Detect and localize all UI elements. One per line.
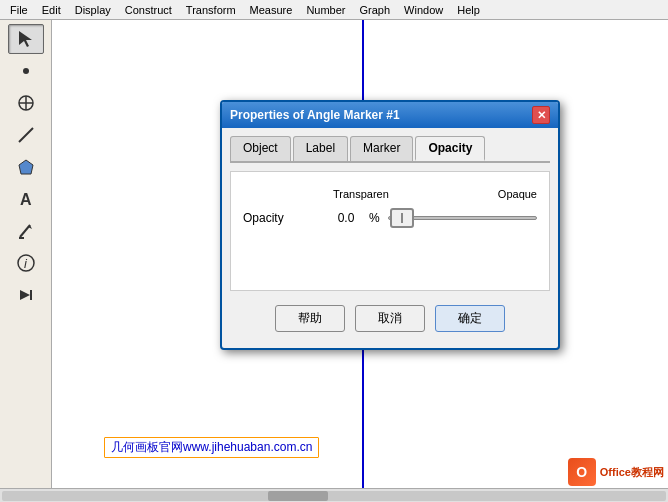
dialog-content: Transparen Opaque Opacity 0.0 % <box>230 171 550 291</box>
tab-marker[interactable]: Marker <box>350 136 413 161</box>
canvas-area: A i <box>0 20 668 488</box>
horizontal-scrollbar[interactable] <box>0 488 668 502</box>
transparent-label: Transparen <box>333 188 389 200</box>
tab-opacity[interactable]: Opacity <box>415 136 485 161</box>
percent-label: % <box>369 211 380 225</box>
menu-number[interactable]: Number <box>300 3 351 17</box>
dialog-titlebar: Properties of Angle Marker #1 ✕ <box>222 102 558 128</box>
svg-point-1 <box>23 68 29 74</box>
tab-label[interactable]: Label <box>293 136 348 161</box>
svg-marker-13 <box>20 290 30 300</box>
menu-file[interactable]: File <box>4 3 34 17</box>
tab-strip: Object Label Marker Opacity <box>230 136 550 163</box>
toolbar: A i <box>0 20 52 488</box>
menu-display[interactable]: Display <box>69 3 117 17</box>
svg-text:i: i <box>24 256 28 271</box>
opacity-row: Opacity 0.0 % <box>243 206 537 230</box>
close-button[interactable]: ✕ <box>532 106 550 124</box>
dialog-buttons: 帮助 取消 确定 <box>230 301 550 340</box>
tab-object[interactable]: Object <box>230 136 291 161</box>
cancel-button[interactable]: 取消 <box>355 305 425 332</box>
svg-line-5 <box>19 128 33 142</box>
polygon-tool-button[interactable] <box>8 152 44 182</box>
opacity-scale-labels: Transparen Opaque <box>243 188 537 200</box>
scroll-track <box>2 491 666 501</box>
menu-window[interactable]: Window <box>398 3 449 17</box>
svg-text:A: A <box>20 191 32 208</box>
menu-help[interactable]: Help <box>451 3 486 17</box>
opacity-slider[interactable] <box>388 206 537 230</box>
properties-dialog: Properties of Angle Marker #1 ✕ Object L… <box>220 100 560 350</box>
opacity-value: 0.0 <box>331 211 361 225</box>
compass-tool-button[interactable] <box>8 88 44 118</box>
help-button[interactable]: 帮助 <box>275 305 345 332</box>
menu-transform[interactable]: Transform <box>180 3 242 17</box>
ok-button[interactable]: 确定 <box>435 305 505 332</box>
select-tool-button[interactable] <box>8 24 44 54</box>
marker-tool-button[interactable] <box>8 216 44 246</box>
opaque-label: Opaque <box>498 188 537 200</box>
svg-marker-0 <box>19 31 32 47</box>
dialog-overlay: Properties of Angle Marker #1 ✕ Object L… <box>52 20 668 488</box>
text-tool-button[interactable]: A <box>8 184 44 214</box>
drawing-area: 几何画板官网www.jihehuaban.com.cn Properties o… <box>52 20 668 488</box>
menu-measure[interactable]: Measure <box>244 3 299 17</box>
menu-graph[interactable]: Graph <box>354 3 397 17</box>
svg-marker-6 <box>19 160 33 174</box>
opacity-label: Opacity <box>243 211 323 225</box>
info-tool-button[interactable]: i <box>8 248 44 278</box>
app-window: A i <box>0 20 668 502</box>
dialog-title: Properties of Angle Marker #1 <box>230 108 400 122</box>
dialog-body: Object Label Marker Opacity Transparen O… <box>222 128 558 348</box>
nav-tool-button[interactable] <box>8 280 44 310</box>
menu-bar: File Edit Display Construct Transform Me… <box>0 0 668 20</box>
menu-edit[interactable]: Edit <box>36 3 67 17</box>
scroll-thumb[interactable] <box>268 491 328 501</box>
line-tool-button[interactable] <box>8 120 44 150</box>
point-tool-button[interactable] <box>8 56 44 86</box>
slider-thumb[interactable] <box>390 208 414 228</box>
menu-construct[interactable]: Construct <box>119 3 178 17</box>
